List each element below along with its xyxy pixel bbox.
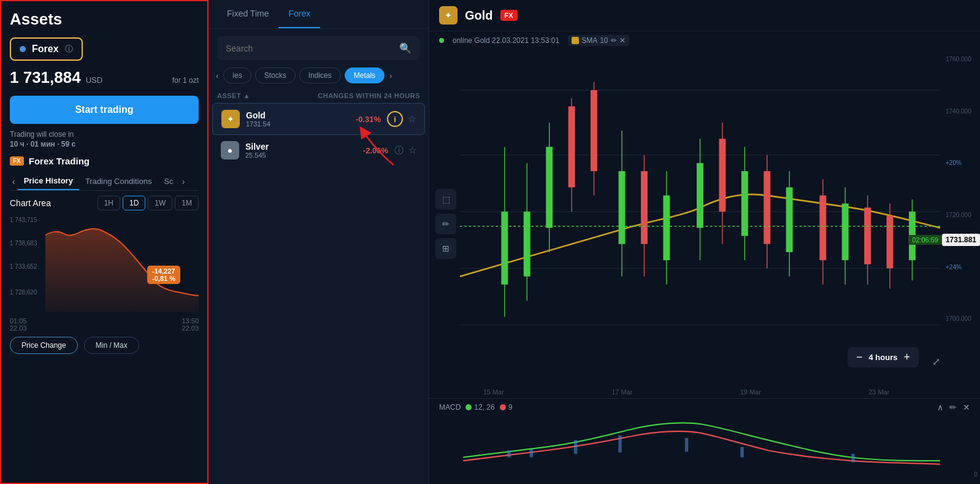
chart-y-label-2: 1 738,683 [10, 240, 37, 247]
svg-rect-8 [524, 212, 530, 277]
svg-rect-30 [786, 187, 793, 252]
silver-price: 25.545 [245, 152, 357, 159]
y-label-1700: 1700.000 [946, 315, 978, 322]
grid-tool[interactable]: ⊞ [435, 238, 456, 259]
time-label: 4 hours [869, 353, 898, 362]
svg-rect-14 [591, 90, 597, 171]
search-input[interactable] [226, 44, 394, 53]
svg-rect-48 [851, 454, 854, 463]
silver-star-icon[interactable]: ☆ [408, 145, 416, 156]
trading-close-time: 10 ч · 01 мин · 59 с [10, 140, 199, 148]
time-minus-button[interactable]: − [856, 351, 863, 364]
candlestick-tool[interactable]: ⬚ [435, 189, 456, 210]
search-icon: 🔍 [399, 42, 412, 54]
trading-close-label: Trading will close in [10, 130, 199, 139]
tab-arrow-right[interactable]: › [180, 177, 188, 186]
time-plus-button[interactable]: + [903, 351, 910, 364]
price-row: 1 731,884 USD for 1 ozt [10, 68, 199, 87]
macd-chart [429, 416, 980, 471]
y-label-1760: 1760.000 [946, 56, 978, 63]
svg-rect-36 [864, 207, 871, 264]
x-label-23mar: 23 Mar [868, 388, 889, 396]
price-change-button[interactable]: Price Change [10, 337, 78, 354]
tab-trading-conditions[interactable]: Trading Conditions [79, 173, 158, 190]
svg-rect-42 [507, 450, 510, 457]
time-btn-1w[interactable]: 1W [148, 196, 172, 210]
svg-rect-47 [740, 447, 743, 458]
min-max-button[interactable]: Min / Max [84, 337, 139, 354]
forex-trading-section: FX Forex Trading ‹ Price History Trading… [10, 156, 199, 354]
tab-fixed-time[interactable]: Fixed Time [217, 0, 278, 28]
macd-legend-2-label: 9 [508, 403, 513, 412]
svg-rect-32 [819, 196, 826, 261]
assets-title: Assets [10, 10, 199, 29]
svg-rect-16 [619, 171, 626, 244]
candlestick-chart [460, 50, 940, 374]
y-label-1740: 1740.000 [946, 108, 978, 115]
svg-rect-20 [663, 196, 670, 261]
chart-fx-badge: FX [500, 10, 518, 21]
left-panel: Assets Forex ⓘ 1 731,884 USD for 1 ozt S… [0, 0, 209, 484]
macd-header: MACD 12, 26 9 ∧ ✏ ✕ [429, 399, 980, 416]
draw-tool[interactable]: ✏ [435, 213, 456, 234]
sma-edit-icon[interactable]: ✏ [611, 36, 617, 45]
cat-arrow-left[interactable]: ‹ [215, 71, 220, 80]
macd-expand-button[interactable]: ∧ [937, 402, 943, 412]
y-label-pct24: +24% [946, 264, 978, 271]
macd-edit-button[interactable]: ✏ [949, 402, 957, 412]
macd-label: MACD [439, 403, 461, 412]
cat-currencies[interactable]: ies [223, 67, 251, 83]
forex-info-icon: ⓘ [65, 44, 73, 55]
tab-sc[interactable]: Sc [158, 173, 180, 190]
x-label-17mar: 17 Mar [611, 388, 632, 396]
price-for: for 1 ozt [172, 76, 199, 85]
forex-trading-label: Forex Trading [29, 156, 90, 166]
sma-value: 10 [600, 36, 608, 45]
macd-legend-2: 9 [500, 403, 513, 412]
silver-info: Silver 25.545 [245, 142, 357, 159]
sma-close-icon[interactable]: ✕ [619, 36, 626, 45]
start-trading-button[interactable]: Start trading [10, 96, 199, 124]
gold-star-icon[interactable]: ☆ [408, 113, 416, 125]
cat-arrow-right[interactable]: › [388, 71, 393, 80]
silver-icon: ● [221, 141, 239, 159]
chart-area-row: Chart Area 1H 1D 1W 1M [10, 196, 199, 210]
price-currency: USD [86, 75, 102, 85]
asset-row-gold[interactable]: ✦ Gold 1731.54 -0.31% i ☆ [212, 103, 425, 135]
trading-close: Trading will close in 10 ч · 01 мин · 59… [10, 130, 199, 150]
online-dot [439, 38, 444, 43]
svg-rect-10 [546, 147, 553, 228]
header-changes: CHANGES WITHIN 24 HOURS [318, 92, 420, 99]
forex-dot [20, 46, 26, 52]
time-btn-1h[interactable]: 1H [98, 196, 120, 210]
macd-legend-1: 12, 26 [465, 403, 494, 412]
mid-tabs: Fixed Time Forex [209, 0, 429, 29]
cat-stocks[interactable]: Stocks [255, 67, 296, 83]
chart-y-label-3: 1 733,652 [10, 263, 37, 270]
chart-change-badge: -14,227 -0,81 % [147, 266, 180, 284]
expand-icon[interactable]: ⤢ [932, 356, 940, 367]
mini-chart: 1 743,715 1 738,683 1 733,652 1 728,620 … [10, 217, 199, 315]
gold-name: Gold [246, 110, 350, 120]
middle-panel: Fixed Time Forex 🔍 ‹ ies Stocks Indices … [209, 0, 429, 484]
forex-label: Forex [32, 44, 59, 55]
bottom-buttons: Price Change Min / Max [10, 337, 199, 354]
macd-section: MACD 12, 26 9 ∧ ✏ ✕ [429, 398, 980, 484]
time-buttons: 1H 1D 1W 1M [98, 196, 199, 210]
cat-metals[interactable]: Metals [345, 67, 385, 83]
price-line-label: 02:06:59 [908, 235, 942, 245]
tab-arrow-left[interactable]: ‹ [10, 177, 18, 186]
cat-indices[interactable]: Indices [299, 67, 341, 83]
macd-green-dot [465, 404, 472, 410]
svg-rect-46 [685, 438, 688, 452]
tab-price-history[interactable]: Price History [18, 172, 79, 190]
tab-forex[interactable]: Forex [278, 0, 320, 28]
chart-main: 1760.000 1740.000 +20% 1720.000 +24% 170… [429, 50, 980, 398]
time-btn-1m[interactable]: 1M [175, 196, 199, 210]
macd-close-button[interactable]: ✕ [963, 402, 970, 412]
search-box[interactable]: 🔍 [217, 36, 420, 60]
time-btn-1d[interactable]: 1D [123, 196, 145, 210]
annotation-arrow [357, 125, 406, 168]
right-panel: ✦ Gold FX online Gold 22.03.2021 13:53:0… [429, 0, 980, 484]
forex-badge[interactable]: Forex ⓘ [10, 37, 83, 61]
